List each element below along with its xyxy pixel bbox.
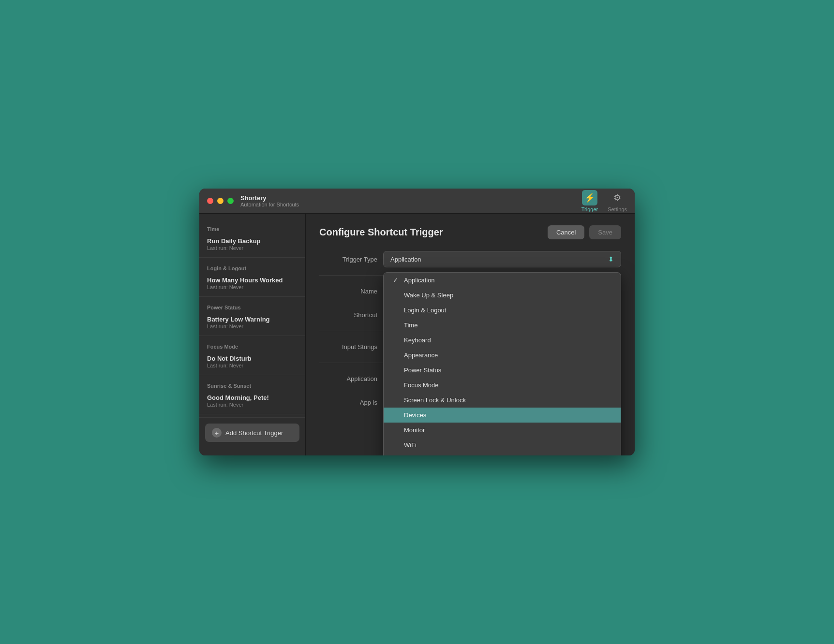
trigger-icon: ⚡ (582, 190, 597, 205)
sidebar-divider-4 (199, 414, 305, 414)
plus-icon: + (212, 428, 222, 438)
close-button[interactable] (207, 198, 213, 204)
trigger-label: Trigger (581, 206, 598, 212)
sidebar-item-sub: Last run: Never (207, 245, 298, 251)
app-name: Shortery (240, 194, 299, 202)
dropdown-item-label: Login & Logout (404, 307, 446, 314)
dropdown-item-label: Power Status (404, 366, 441, 374)
trigger-nav-item[interactable]: ⚡ Trigger (581, 190, 598, 212)
sidebar-divider-1 (199, 296, 305, 297)
add-shortcut-trigger-button[interactable]: + Add Shortcut Trigger (205, 424, 299, 442)
dropdown-item-5[interactable]: Appearance (384, 348, 621, 363)
sidebar-item-3-0[interactable]: Do Not DisturbLast run: Never (199, 351, 305, 372)
sidebar-item-title: Do Not Disturb (207, 355, 298, 362)
trigger-type-value: Application (390, 256, 421, 263)
dropdown-item-label: Appearance (404, 351, 438, 359)
dropdown-item-label: Screen Lock & Unlock (404, 396, 466, 404)
dropdown-item-11[interactable]: WiFi (384, 438, 621, 453)
dropdown-item-label: Devices (404, 411, 426, 419)
trigger-type-label: Trigger Type (319, 256, 377, 263)
traffic-lights (207, 198, 234, 204)
dropdown-item-label: Focus Mode (404, 381, 439, 389)
sidebar-item-sub: Last run: Never (207, 363, 298, 368)
save-button[interactable]: Save (589, 225, 621, 239)
dropdown-item-12[interactable]: Sunrise & Sunset (384, 453, 621, 455)
dropdown-item-2[interactable]: Login & Logout (384, 303, 621, 318)
settings-label: Settings (608, 206, 627, 212)
shortcut-label: Shortcut (319, 311, 377, 319)
sidebar-item-title: How Many Hours Worked (207, 277, 298, 284)
sidebar-footer: + Add Shortcut Trigger (199, 417, 305, 448)
dropdown-item-7[interactable]: Focus Mode (384, 378, 621, 393)
dropdown-item-label: Application (404, 277, 435, 284)
sidebar-section-label-1: Login & Logout (199, 261, 305, 273)
sidebar-item-title: Run Daily Backup (207, 237, 298, 245)
sidebar-divider-3 (199, 375, 305, 375)
dropdown-item-label: Monitor (404, 426, 425, 434)
dropdown-item-label: Keyboard (404, 337, 431, 344)
trigger-type-container: Application ⬍ ✓ApplicationWake Up & Slee… (383, 251, 621, 267)
dropdown-item-1[interactable]: Wake Up & Sleep (384, 288, 621, 303)
app-is-label: App is (319, 399, 377, 406)
sidebar-divider-2 (199, 336, 305, 336)
dropdown-item-label: Wake Up & Sleep (404, 292, 453, 299)
sidebar-section-label-4: Sunrise & Sunset (199, 378, 305, 391)
titlebar-actions: ⚡ Trigger ⚙ Settings (581, 190, 627, 212)
input-strings-label: Input Strings (319, 343, 377, 351)
sidebar-divider-0 (199, 257, 305, 258)
sidebar-item-0-0[interactable]: Run Daily BackupLast run: Never (199, 234, 305, 254)
sidebar-item-sub: Last run: Never (207, 284, 298, 290)
panel-header: Configure Shortcut Trigger Cancel Save (319, 225, 621, 239)
sidebar-item-sub: Last run: Never (207, 402, 298, 408)
maximize-button[interactable] (227, 198, 234, 204)
sidebar-item-1-0[interactable]: How Many Hours WorkedLast run: Never (199, 273, 305, 293)
panel-title: Configure Shortcut Trigger (319, 227, 443, 238)
sidebar-section-label-2: Power Status (199, 300, 305, 312)
dropdown-item-8[interactable]: Screen Lock & Unlock (384, 393, 621, 408)
main-window: Shortery Automation for Shortcuts ⚡ Trig… (199, 189, 635, 455)
panel-buttons: Cancel Save (548, 225, 621, 239)
sidebar-item-title: Battery Low Warning (207, 316, 298, 323)
right-panel: Configure Shortcut Trigger Cancel Save T… (306, 214, 635, 455)
name-label: Name (319, 288, 377, 295)
add-trigger-label: Add Shortcut Trigger (225, 429, 283, 437)
sidebar-item-4-0[interactable]: Good Morning, Pete!Last run: Never (199, 391, 305, 411)
app-title: Shortery Automation for Shortcuts (240, 194, 299, 207)
sidebar-item-2-0[interactable]: Battery Low WarningLast run: Never (199, 312, 305, 333)
sidebar-section-label-0: Time (199, 221, 305, 234)
main-content: TimeRun Daily BackupLast run: NeverLogin… (199, 214, 635, 455)
settings-nav-item[interactable]: ⚙ Settings (608, 190, 627, 212)
minimize-button[interactable] (217, 198, 223, 204)
dropdown-item-label: WiFi (404, 441, 417, 449)
cancel-button[interactable]: Cancel (548, 225, 584, 239)
dropdown-item-10[interactable]: Monitor (384, 423, 621, 438)
trigger-type-select[interactable]: Application ⬍ (383, 251, 621, 267)
sidebar-item-title: Good Morning, Pete! (207, 394, 298, 401)
application-label: Application (319, 375, 377, 382)
sidebar: TimeRun Daily BackupLast run: NeverLogin… (199, 214, 306, 455)
dropdown-item-6[interactable]: Power Status (384, 363, 621, 378)
titlebar: Shortery Automation for Shortcuts ⚡ Trig… (199, 189, 635, 214)
dropdown-item-label: Time (404, 322, 417, 329)
dropdown-item-4[interactable]: Keyboard (384, 333, 621, 348)
chevron-up-down-icon: ⬍ (608, 255, 614, 263)
dropdown-item-9[interactable]: Devices (384, 408, 621, 423)
app-subtitle: Automation for Shortcuts (240, 202, 299, 207)
dropdown-item-3[interactable]: Time (384, 318, 621, 333)
trigger-type-row: Trigger Type Application ⬍ ✓ApplicationW… (319, 251, 621, 267)
dropdown-item-0[interactable]: ✓Application (384, 273, 621, 288)
sidebar-item-sub: Last run: Never (207, 323, 298, 329)
trigger-type-dropdown: ✓ApplicationWake Up & SleepLogin & Logou… (383, 272, 621, 455)
checkmark-icon: ✓ (391, 277, 399, 284)
sidebar-section-label-3: Focus Mode (199, 339, 305, 351)
settings-icon: ⚙ (610, 190, 625, 205)
